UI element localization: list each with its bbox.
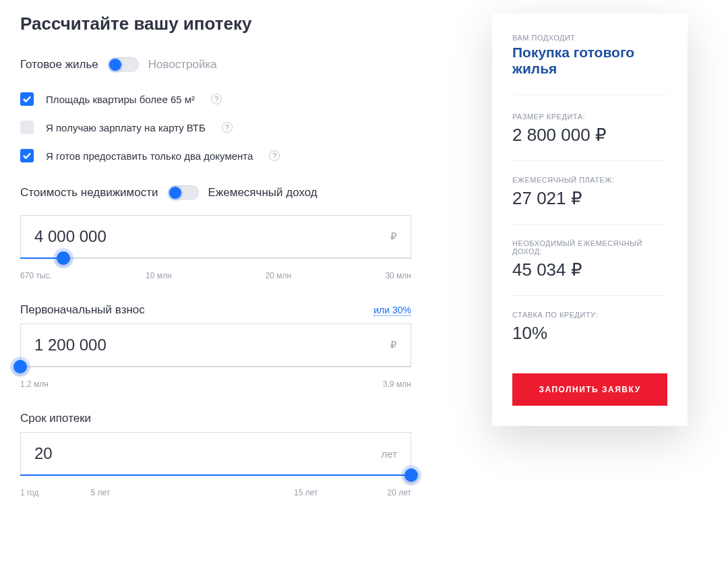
checkbox-two-docs-label: Я готов предоставить только два документ… (46, 150, 253, 162)
price-tick: 30 млн (385, 271, 411, 280)
checkbox-salary[interactable] (20, 121, 34, 134)
price-tick: 670 тыс. (20, 271, 52, 280)
summary-income-label: НЕОБХОДИМЫЙ ЕЖЕМЕСЯЧНЫЙ ДОХОД: (512, 239, 667, 255)
term-input[interactable]: 20 лет (20, 432, 411, 475)
term-tick: 1 год (20, 488, 90, 497)
housing-toggle-right[interactable]: Новостройка (148, 58, 217, 71)
summary-rate-value: 10% (512, 323, 667, 344)
down-unit: ₽ (390, 339, 397, 351)
term-unit: лет (382, 448, 397, 460)
summary-income-value: 45 034 ₽ (512, 259, 667, 280)
help-icon[interactable]: ? (211, 94, 222, 104)
summary-monthly-label: ЕЖЕМЕСЯЧНЫЙ ПЛАТЕЖ: (512, 176, 667, 184)
summary-rate-label: СТАВКА ПО КРЕДИТУ: (512, 311, 667, 319)
page-heading: Рассчитайте вашу ипотеку (20, 13, 411, 34)
price-unit: ₽ (390, 230, 397, 243)
price-input[interactable]: 4 000 000 ₽ (20, 215, 411, 258)
check-icon (23, 152, 31, 159)
term-label: Срок ипотеки (20, 412, 91, 425)
down-handle[interactable] (13, 360, 27, 373)
housing-toggle-switch[interactable] (108, 57, 139, 72)
basis-toggle-left[interactable]: Стоимость недвижимости (20, 186, 158, 199)
down-label: Первоначальный взнос (20, 303, 145, 317)
term-track[interactable] (20, 474, 411, 476)
summary-loan-value: 2 800 000 ₽ (512, 125, 667, 146)
basis-toggle-switch[interactable] (168, 185, 199, 200)
term-handle[interactable] (404, 468, 418, 482)
down-input[interactable]: 1 200 000 ₽ (20, 324, 411, 367)
housing-toggle-left[interactable]: Готовое жилье (20, 58, 98, 71)
checkbox-area-label: Площадь квартиры более 65 м² (46, 94, 195, 105)
down-tick: 3,9 млн (383, 379, 411, 389)
term-value: 20 (34, 444, 382, 463)
checkbox-two-docs[interactable] (20, 149, 34, 162)
summary-loan-label: РАЗМЕР КРЕДИТА: (512, 113, 667, 121)
price-slider-block: 4 000 000 ₽ 670 тыс. 10 млн 20 млн 30 мл… (20, 215, 411, 280)
summary-fit-value: Покупка готового жилья (512, 44, 667, 95)
summary-fit-label: ВАМ ПОДХОДИТ (512, 34, 667, 42)
checkbox-salary-label: Я получаю зарплату на карту ВТБ (46, 122, 206, 133)
term-tick: 5 лет (90, 488, 294, 497)
help-icon[interactable]: ? (269, 150, 280, 161)
term-tick: 20 лет (372, 488, 411, 497)
basis-toggle-right[interactable]: Ежемесячный доход (208, 186, 317, 199)
price-handle[interactable] (57, 251, 70, 265)
price-tick: 10 млн (146, 271, 172, 280)
term-slider-block: Срок ипотеки 20 лет 1 год 5 лет 15 лет 2… (20, 412, 411, 497)
price-value: 4 000 000 (34, 227, 390, 246)
term-tick: 15 лет (294, 488, 372, 497)
price-tick: 20 млн (266, 271, 292, 280)
submit-button[interactable]: ЗАПОЛНИТЬ ЗАЯВКУ (512, 373, 667, 406)
down-value: 1 200 000 (34, 336, 390, 355)
summary-monthly-value: 27 021 ₽ (512, 188, 667, 209)
checkbox-area[interactable] (20, 92, 34, 106)
down-track[interactable] (20, 366, 411, 367)
down-tick: 1,2 млн (20, 379, 49, 389)
help-icon[interactable]: ? (222, 122, 233, 133)
summary-card: ВАМ ПОДХОДИТ Покупка готового жилья РАЗМ… (492, 13, 688, 426)
basis-toggle: Стоимость недвижимости Ежемесячный доход (20, 185, 411, 200)
check-icon (23, 96, 31, 102)
down-percent-link[interactable]: или 30% (373, 305, 411, 316)
housing-type-toggle: Готовое жилье Новостройка (20, 57, 411, 72)
price-track[interactable] (20, 257, 411, 259)
down-slider-block: Первоначальный взнос или 30% 1 200 000 ₽… (20, 303, 411, 389)
